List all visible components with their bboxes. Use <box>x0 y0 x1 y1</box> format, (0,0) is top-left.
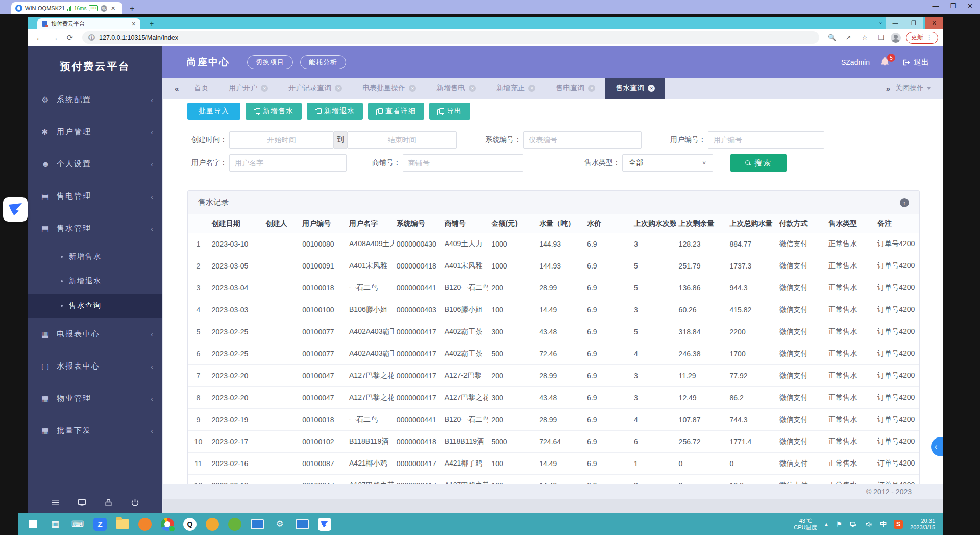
water-type-select[interactable]: 全部 ∨ <box>622 154 713 172</box>
reload-icon[interactable]: ⟳ <box>64 33 76 42</box>
sidebar-subitem-new-water-sale[interactable]: 新增售水 <box>28 245 162 269</box>
page-tab-电表批量操作[interactable]: 电表批量操作✕ <box>352 78 426 99</box>
table-row[interactable]: 22023-03-0500100091A401宋风雅0000000418A401… <box>188 255 919 277</box>
end-time-input[interactable] <box>347 131 457 149</box>
sidebar-item-electric-report-center[interactable]: ▦电报表中心‹ <box>28 318 162 350</box>
profile-avatar[interactable] <box>891 33 901 43</box>
table-row[interactable]: 112023-02-1600100087A421椰小鸡0000000417A42… <box>188 452 919 474</box>
table-row[interactable]: 92023-02-1900100018一石二鸟0000000441B120一石二… <box>188 408 919 430</box>
taskbar-icon-chrome[interactable] <box>156 513 179 535</box>
tab-close-icon[interactable]: ✕ <box>528 85 535 92</box>
lock-icon[interactable] <box>104 498 113 507</box>
taskbar-icon-firefox[interactable] <box>134 513 156 535</box>
sidebar-item-electric-sale[interactable]: ▤售电管理‹ <box>28 180 162 212</box>
sidebar-subitem-water-sale-query[interactable]: 售水查询 <box>28 294 162 318</box>
volume-muted-icon[interactable] <box>865 520 873 528</box>
shop-no-input[interactable] <box>403 154 523 172</box>
remote-close-button[interactable]: ✕ <box>967 2 973 10</box>
table-row[interactable]: 82023-02-2000100047A127巴黎之花0000000417A12… <box>188 386 919 408</box>
chrome-update-button[interactable]: 更新 ⋮ <box>906 32 938 44</box>
sidebar-item-system-config[interactable]: ⚙系统配置‹ <box>28 84 162 116</box>
share-icon[interactable]: ↗ <box>842 34 855 41</box>
table-row[interactable]: 12023-03-1000100080A408A409土大力0000000430… <box>188 233 919 255</box>
browser-tab[interactable]: 预付费云平台 ✕ <box>37 18 140 29</box>
view-detail-button[interactable]: 查看详细 <box>368 103 424 120</box>
site-info-icon[interactable]: ⓘ <box>88 34 95 41</box>
sogou-icon[interactable]: S <box>894 520 903 529</box>
user-no-input[interactable] <box>708 131 824 149</box>
sidebar-item-user-management[interactable]: ✱用户管理‹ <box>28 116 162 148</box>
rdp-pin-chevron-icon[interactable]: ⌄ <box>878 19 883 26</box>
new-water-sale-button[interactable]: 新增售水 <box>246 103 302 120</box>
start-time-input[interactable] <box>229 131 334 149</box>
page-tab-首页[interactable]: 首页 <box>184 78 218 99</box>
bookmark-star-icon[interactable]: ☆ <box>858 34 871 41</box>
taskbar-icon-app-grid[interactable]: ▦ <box>44 513 66 535</box>
browser-tab-close-icon[interactable]: ✕ <box>132 21 136 27</box>
taskbar-icon-start-button[interactable] <box>21 513 44 535</box>
collapse-panel-icon[interactable]: ↑ <box>900 198 909 207</box>
page-tab-售水查询[interactable]: 售水查询✕ <box>605 78 665 99</box>
logout-button[interactable]: 退出 <box>901 58 929 67</box>
tab-close-icon[interactable]: ✕ <box>648 85 655 92</box>
table-row[interactable]: 72023-02-2000100047A127巴黎之花0000000417A12… <box>188 364 919 386</box>
taskbar-icon-feishu[interactable] <box>313 513 336 535</box>
energy-analysis-button[interactable]: 能耗分析 <box>300 55 346 69</box>
table-row[interactable]: 32023-03-0400100018一石二鸟0000000441B120一石二… <box>188 277 919 299</box>
side-panel-icon[interactable]: ❏ <box>874 34 888 41</box>
system-no-input[interactable] <box>523 131 642 149</box>
back-icon[interactable]: ← <box>33 33 45 42</box>
remote-session-tab[interactable]: WIN-OQMSK21... 16ms HD RU ✕ <box>11 2 122 14</box>
taskbar-icon-fax-viewer[interactable]: ⌨ <box>66 513 89 535</box>
page-tab-售电查询[interactable]: 售电查询✕ <box>546 78 605 99</box>
url-bar[interactable]: ⓘ 127.0.0.1:10315/Main/Index <box>82 31 819 44</box>
forward-icon[interactable]: → <box>48 33 61 42</box>
window-restore-button[interactable]: ❐ <box>904 17 923 29</box>
window-close-button[interactable]: ✕ <box>925 17 943 29</box>
browser-new-tab-button[interactable]: + <box>150 19 154 28</box>
sidebar-item-water-report-center[interactable]: ▢水报表中心‹ <box>28 350 162 382</box>
taskbar-icon-file-explorer[interactable] <box>111 513 134 535</box>
tab-close-icon[interactable]: ✕ <box>261 85 268 92</box>
tab-close-icon[interactable]: ✕ <box>469 85 476 92</box>
taskbar-icon-app-orange[interactable] <box>201 513 224 535</box>
tabs-scroll-left-icon[interactable]: « <box>169 84 184 93</box>
taskbar-icon-wps-office[interactable]: Z <box>89 513 111 535</box>
tab-close-icon[interactable]: ✕ <box>335 85 342 92</box>
menu-dots-icon[interactable]: ⋮ <box>926 34 933 41</box>
power-icon[interactable] <box>130 498 140 507</box>
tabs-scroll-right-icon[interactable]: » <box>881 84 895 93</box>
remote-new-tab-button[interactable]: + <box>130 4 134 13</box>
taskbar-icon-settings-gear[interactable]: ⚙ <box>268 513 291 535</box>
notification-bell-icon[interactable]: 5 <box>880 57 891 68</box>
window-minimize-button[interactable]: — <box>886 17 904 29</box>
taskbar-icon-app-green[interactable] <box>224 513 246 535</box>
taskbar-icon-display-app-2[interactable] <box>291 513 313 535</box>
table-row[interactable]: 102023-02-1700100102B118B119酒0000000418B… <box>188 430 919 452</box>
batch-import-button[interactable]: 批量导入 <box>187 103 240 120</box>
remote-minimize-button[interactable]: — <box>932 2 939 10</box>
sidebar-item-personal-settings[interactable]: ☻个人设置‹ <box>28 148 162 180</box>
table-row[interactable]: 42023-03-0300100100B106滕小姐0000000403B106… <box>188 299 919 321</box>
sidebar-item-water-sale[interactable]: ▤售水管理‹ <box>28 212 162 245</box>
export-button[interactable]: 导出 <box>429 103 470 120</box>
page-tab-开户记录查询[interactable]: 开户记录查询✕ <box>278 78 352 99</box>
switch-project-button[interactable]: 切换项目 <box>247 55 293 69</box>
remote-restore-button[interactable]: ❐ <box>950 2 956 10</box>
close-operations-dropdown[interactable]: 关闭操作 <box>895 84 936 93</box>
page-tab-用户开户[interactable]: 用户开户✕ <box>218 78 278 99</box>
new-water-refund-button[interactable]: 新增退水 <box>307 103 363 120</box>
tab-close-icon[interactable]: ✕ <box>588 85 595 92</box>
monitor-icon[interactable] <box>77 498 87 507</box>
tray-expand-icon[interactable]: ▲ <box>824 522 829 527</box>
remote-tab-close-icon[interactable]: ✕ <box>111 5 115 12</box>
user-name-input[interactable] <box>229 154 347 172</box>
table-row[interactable]: 62023-02-2500100077A402A403霸王茶0000000417… <box>188 343 919 364</box>
network-icon[interactable] <box>849 520 857 528</box>
sidebar-item-property-management[interactable]: ▦物业管理‹ <box>28 382 162 415</box>
flag-icon[interactable]: ⚑ <box>836 520 843 528</box>
page-tab-新增充正[interactable]: 新增充正✕ <box>486 78 546 99</box>
zoom-icon[interactable]: 🔍 <box>825 34 839 41</box>
ime-indicator[interactable]: 中 <box>880 520 887 529</box>
taskbar-clock[interactable]: 20:31 2023/3/15 <box>910 518 935 531</box>
